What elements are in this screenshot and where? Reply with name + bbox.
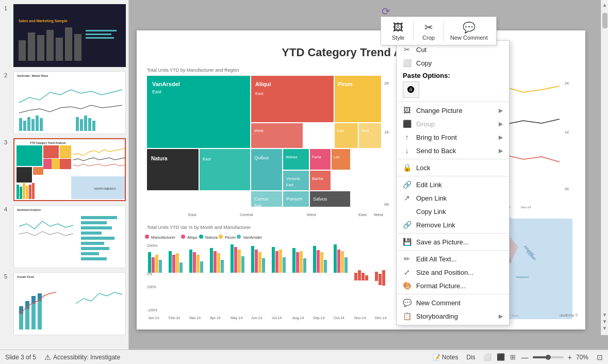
lock-menu-item[interactable]: 🔒 Lock [397,161,509,174]
svg-rect-37 [23,183,25,199]
paste-icon-btn[interactable]: 🅐 [403,81,419,98]
svg-rect-47 [81,226,112,229]
svg-text:Natura: Natura [205,235,218,240]
scroll-down-icon-1[interactable]: ▼ [602,312,607,318]
svg-text:NORTH AMERICA: NORTH AMERICA [94,187,116,190]
svg-text:East: East [358,212,367,217]
svg-text:YTD Category Trend Analysis: YTD Category Trend Analysis [30,141,66,144]
display-button[interactable]: Dis [464,353,477,362]
size-and-position-menu-item[interactable]: ⤢ Size and Position... [397,266,509,279]
fit-window-icon[interactable]: ⊡ [597,353,603,361]
svg-rect-24 [92,121,95,131]
crop-icon: ✂ [424,21,433,34]
remove-link-menu-item[interactable]: 🔗 Remove Link [397,218,509,231]
notes-button[interactable]: 📝 Notes [430,353,461,362]
svg-text:May-14: May-14 [231,316,242,320]
svg-rect-4 [37,35,44,61]
new-comment-button[interactable]: 💬 New Comment [446,19,492,43]
scroll-down-icons[interactable]: ▼ ▼ ▼ [602,312,607,331]
notes-icon: 📝 [433,354,440,361]
size-position-label: Size and Position... [416,269,473,276]
float-toolbar: 🖼 Style ✂ Crop 💬 New Comment [381,16,497,45]
fit-slide-icon[interactable]: ⬛ [495,352,506,362]
svg-rect-80 [147,149,199,190]
svg-text:Central: Central [240,212,253,217]
slide-item-5[interactable]: 5 Growth Trend [13,272,125,335]
svg-rect-36 [20,187,22,199]
edit-link-icon: 🔗 [403,180,411,189]
svg-rect-143 [241,256,244,273]
svg-rect-166 [361,273,365,280]
slide-item-3[interactable]: 3 YTD Category Trend Analysis [13,138,125,201]
svg-text:Sargasso: Sargasso [516,275,529,278]
new-comment-menu-item[interactable]: 💬 New Comment [397,296,509,309]
zoom-level[interactable]: 70% [576,354,593,361]
slide-item-4[interactable]: 4 Sentiment Analysis [13,205,125,268]
scroll-thumb[interactable] [602,13,607,28]
svg-text:Aliqui: Aliqui [187,235,198,240]
svg-rect-38 [26,186,28,199]
slide-item-1[interactable]: 1 Sales and Marketing Sample [13,4,125,67]
zoom-controls[interactable]: ⬜ ⬛ ⊞ — + 70% [482,352,593,362]
svg-rect-57 [19,306,23,314]
svg-rect-10 [86,34,111,35]
edit-alt-text-label: Edit Alt Text... [416,255,457,263]
style-button[interactable]: 🖼 Style [385,20,411,43]
edit-alt-text-menu-item[interactable]: ✏ Edit Alt Text... [397,252,509,266]
slide-canvas: YTD Category Trend Analysis Total Units … [137,30,585,329]
zoom-minus-btn[interactable]: — [519,353,531,361]
slide-3-thumb: YTD Category Trend Analysis [14,139,126,201]
svg-text:Leo: Leo [334,155,340,159]
slide-panel[interactable]: 1 Sales and Marketing Sample [0,0,129,350]
svg-rect-34 [60,159,71,169]
svg-text:Dec-14: Dec-14 [521,206,531,209]
scroll-down-icon-2[interactable]: ▼ [602,319,607,324]
right-scrollbar[interactable]: ▲ ▼ ▼ ▼ [601,0,608,335]
copy-link-menu-item[interactable]: Copy Link [397,205,509,218]
svg-rect-49 [81,237,114,240]
presenter-view-icon[interactable]: ⊞ [508,352,517,362]
svg-text:Sales and Marketing Sample: Sales and Marketing Sample [19,19,68,23]
bring-to-front-menu-item[interactable]: ↑ Bring to Front ▶ [397,130,509,144]
svg-text:Growth Trend: Growth Trend [17,275,34,278]
svg-rect-23 [88,118,91,131]
send-to-back-menu-item[interactable]: ↓ Send to Back ▶ [397,144,509,157]
scroll-up-icon[interactable]: ▲ [602,2,607,8]
svg-rect-6 [56,38,63,61]
svg-rect-141 [234,247,237,273]
svg-rect-144 [251,246,254,273]
svg-text:VanArsdel: VanArsdel [243,235,262,240]
storyboarding-menu-item[interactable]: 📋 Storyboarding ▶ [397,309,509,323]
copy-link-label: Copy Link [416,208,446,216]
slide-item-2[interactable]: 2 VanArsdel - Market Share [13,71,125,134]
edit-link-menu-item[interactable]: 🔗 Edit Link [397,178,509,191]
save-as-picture-menu-item[interactable]: 💾 Save as Picture... [397,235,509,249]
slide-2-thumb: VanArsdel - Market Share [14,72,126,134]
svg-rect-52 [81,252,99,255]
svg-rect-155 [303,258,306,273]
svg-rect-29 [60,145,71,158]
group-menu-item[interactable]: ⬛ Group ▶ [397,117,509,130]
zoom-slider[interactable] [533,356,564,358]
svg-rect-16 [27,117,30,131]
svg-rect-9 [86,30,117,31]
format-picture-menu-item[interactable]: 🎨 Format Picture... [397,279,509,292]
open-link-menu-item[interactable]: ↗ Open Link [397,191,509,205]
svg-text:West: West [254,128,264,133]
scroll-down-icon-3[interactable]: ▼ [602,325,607,331]
accessibility-label: Accessibility: Investigate [53,354,120,361]
change-picture-label: Change Picture [416,107,463,114]
copy-menu-item[interactable]: ⬜ Copy [397,56,509,70]
change-picture-menu-item[interactable]: 🖼 Change Picture ▶ [397,104,509,117]
view-normal-icon[interactable]: ⬜ [482,352,493,362]
svg-rect-134 [196,255,200,273]
svg-rect-151 [283,257,286,273]
svg-rect-58 [25,309,29,329]
zoom-plus-btn[interactable]: + [566,353,574,361]
style-icon: 🖼 [393,22,403,34]
zoom-slider-thumb [546,355,551,360]
svg-rect-157 [317,250,320,273]
crop-button[interactable]: ✂ Crop [416,19,441,43]
svg-rect-48 [81,231,102,235]
svg-rect-168 [375,272,378,281]
